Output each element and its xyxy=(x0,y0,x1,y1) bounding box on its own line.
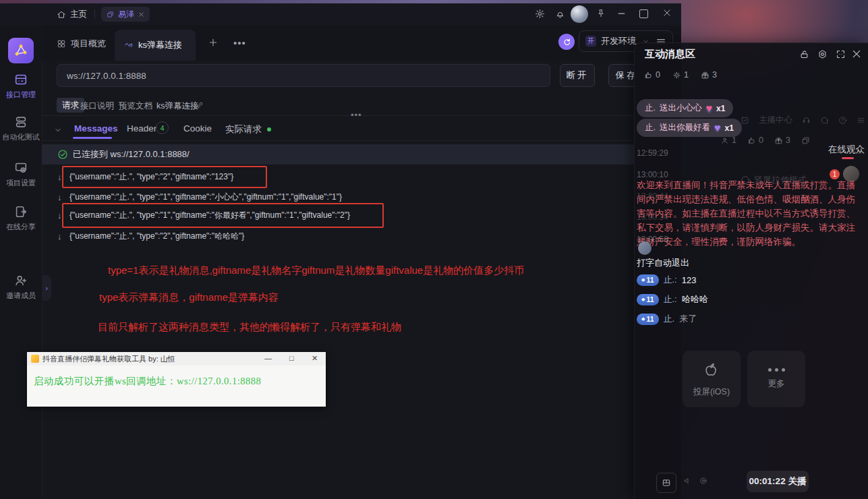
automation-test-icon xyxy=(0,115,42,129)
window-tab-close-icon[interactable] xyxy=(138,11,144,18)
notifications-bell-icon[interactable] xyxy=(555,9,565,19)
screen: 主页 易泽 接口管理 自动化测试 项目设置 在线分享 邀请成员 › 项目概览 xyxy=(0,0,868,499)
bg-menu-icon xyxy=(857,116,865,125)
apple-icon xyxy=(702,361,721,380)
ws-message-row[interactable]: ↓ {"username":"止.", "type":"2","giftname… xyxy=(42,227,634,245)
project-window-tab[interactable]: 易泽 xyxy=(101,7,150,22)
arrow-down-icon: ↓ xyxy=(57,172,62,182)
gifts-icon xyxy=(701,71,710,80)
speaker-icon[interactable] xyxy=(683,476,693,486)
app-logo[interactable] xyxy=(8,38,34,63)
link-icon[interactable] xyxy=(196,101,204,109)
bg-like-count: 0 xyxy=(759,136,763,145)
danmu-tool-console-window[interactable]: 抖音直播伴侣弹幕礼物获取工具 by: 山恒 — □ ✕ 启动成功可以开播ws回调… xyxy=(27,352,326,407)
console-titlebar: 抖音直播伴侣弹幕礼物获取工具 by: 山恒 — □ ✕ xyxy=(27,352,326,365)
chat-message-row: ◆11 止. 来了 xyxy=(637,313,697,325)
unlock-icon[interactable] xyxy=(799,49,809,59)
more-dots-icon xyxy=(768,368,785,372)
close-button[interactable] xyxy=(662,8,672,18)
tabs-divider xyxy=(42,140,681,141)
refresh-env-button[interactable] xyxy=(558,34,575,50)
ws-message-text: {"username":"止.", "type":"2","giftname":… xyxy=(69,231,244,242)
sidebar-item-invite-members[interactable]: 邀请成员 xyxy=(0,273,42,301)
likes-count: 0 xyxy=(656,70,660,80)
stream-timer-end-button[interactable]: 00:01:22 关播 xyxy=(747,471,809,492)
question-icon xyxy=(838,116,847,125)
tab-ks-danmu-active[interactable]: ks弹幕连接 xyxy=(115,30,196,61)
disconnect-button[interactable]: 断开 xyxy=(560,64,595,87)
bg-anchor-center-row: 主播中心 xyxy=(741,115,865,126)
chat-text: 来了 xyxy=(679,313,697,325)
gift-user: 止. xyxy=(645,102,656,114)
layout-toggle-button[interactable] xyxy=(656,473,676,493)
window-tab-label: 易泽 xyxy=(118,9,134,20)
gift-text: 送出你最好看 xyxy=(660,122,710,134)
fans-icon xyxy=(672,71,681,80)
sidebar-item-api-management[interactable]: 接口管理 xyxy=(0,72,42,100)
console-minimize-icon[interactable]: — xyxy=(264,354,272,362)
annotation-line-2: type表示弹幕消息，giftname是弹幕内容 xyxy=(99,291,279,304)
highlight-box-2 xyxy=(62,203,384,228)
project-settings-icon xyxy=(0,160,42,175)
new-tab-button[interactable] xyxy=(208,37,219,48)
sidebar-expander[interactable]: › xyxy=(42,275,51,301)
annotation-line-1: type=1表示是礼物消息,giftname是礼物名字giftnum是礼物数量g… xyxy=(108,264,524,277)
resize-panel-icon[interactable] xyxy=(836,49,846,59)
arrow-down-icon: ↓ xyxy=(57,210,62,221)
home-nav[interactable]: 主页 xyxy=(57,9,87,20)
websocket-url-input[interactable] xyxy=(57,64,550,87)
env-label: 开发环境 xyxy=(601,35,636,47)
user-avatar[interactable] xyxy=(571,5,588,23)
heart-gift-icon: ♥ xyxy=(705,102,712,115)
console-maximize-icon[interactable]: □ xyxy=(289,354,294,362)
connected-text: 已连接到 ws://127.0.0.1:8888/ xyxy=(73,148,190,160)
more-card[interactable]: 更多 xyxy=(747,351,805,407)
nav-doc-tab[interactable]: 接口说明 xyxy=(80,100,114,112)
sidebar-item-automation-test[interactable]: 自动化测试 xyxy=(0,115,42,142)
ws-connected-row[interactable]: 已连接到 ws://127.0.0.1:8888/ xyxy=(42,144,634,165)
online-share-icon xyxy=(0,204,42,219)
panel-settings-icon[interactable] xyxy=(817,49,828,59)
settings-gear-icon[interactable] xyxy=(535,9,545,19)
resize-handle-icon[interactable]: ••• xyxy=(351,110,362,120)
chat-username: 止.: xyxy=(664,293,677,305)
level-icon: ◆ xyxy=(641,277,645,283)
pin-window-icon[interactable] xyxy=(596,9,606,18)
tab-cookie[interactable]: Cookie xyxy=(183,123,212,134)
arrow-down-icon: ↓ xyxy=(57,192,62,202)
room-notice: 欢迎来到直播间！抖音严禁未成年人直播或打赏。直播间内严禁出现违法违规、低俗色情、… xyxy=(637,178,863,249)
tab-messages[interactable]: Messages xyxy=(74,123,118,134)
panel-close-icon[interactable] xyxy=(851,49,862,59)
sidebar-item-online-share[interactable]: 在线分享 xyxy=(0,204,42,232)
ws-message-text: {"username":"止.", "type":"1","giftname":… xyxy=(69,192,342,203)
maximize-button[interactable] xyxy=(639,9,648,18)
gift-user: 止. xyxy=(645,122,656,134)
tab-actual-request[interactable]: 实际请求 xyxy=(225,123,262,136)
nav-preview-tab[interactable]: 预览文档 xyxy=(119,100,152,112)
collapse-chevron-icon[interactable] xyxy=(54,126,62,134)
overview-icon xyxy=(57,39,66,49)
console-message: 启动成功可以开播ws回调地址：ws://127.0.0.1:8888 xyxy=(34,375,261,388)
console-body: 启动成功可以开播ws回调地址：ws://127.0.0.1:8888 xyxy=(27,365,326,407)
cast-label: 投屏(iOS) xyxy=(693,386,730,398)
tab-project-overview[interactable]: 项目概览 xyxy=(57,38,106,50)
bg-mini-stats: 1 0 3 xyxy=(720,136,810,145)
sidebar-item-label: 项目设置 xyxy=(0,178,42,188)
cast-ios-card[interactable]: 投屏(iOS) xyxy=(683,351,741,407)
header-count-badge: 4 xyxy=(156,121,169,134)
overview-label: 项目概览 xyxy=(71,38,106,50)
minimize-button[interactable] xyxy=(616,8,627,18)
console-app-icon xyxy=(31,355,39,363)
gift-message-bubble: 止. 送出你最好看 ♥ x1 xyxy=(637,119,742,137)
bottom-settings-icon[interactable] xyxy=(699,476,708,486)
arrow-down-icon: ↓ xyxy=(57,231,62,241)
sidebar-item-label: 在线分享 xyxy=(0,222,42,232)
panel-title: 互动消息区 xyxy=(645,48,695,61)
tab-more-button[interactable]: ••• xyxy=(233,37,246,49)
tab-header[interactable]: Header xyxy=(127,123,156,134)
active-tab-label: ks弹幕连接 xyxy=(138,39,182,51)
sidebar-item-project-settings[interactable]: 项目设置 xyxy=(0,160,42,188)
chat-text: 哈哈哈 xyxy=(682,293,708,305)
console-close-icon[interactable]: ✕ xyxy=(312,354,318,363)
bg-gift-count: 3 xyxy=(786,136,790,145)
